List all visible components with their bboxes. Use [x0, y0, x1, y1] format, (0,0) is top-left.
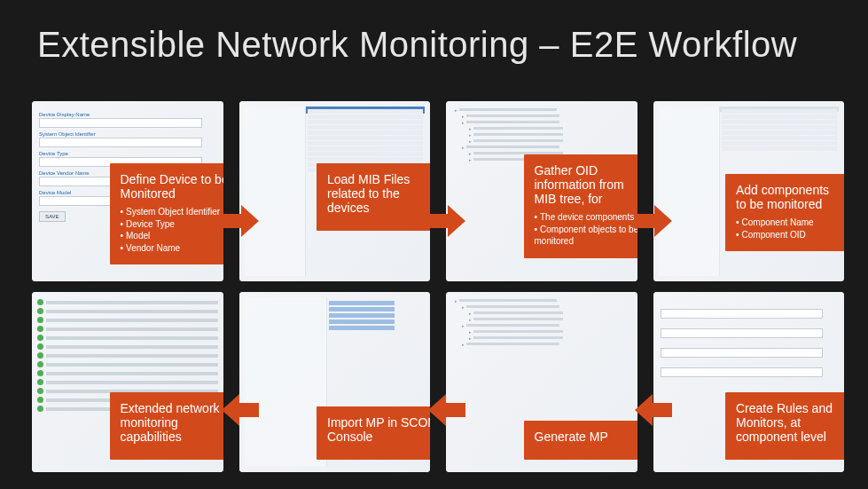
overlay-bullets: System Object Identifier Device Type Mod… — [121, 206, 223, 254]
overlay-create-rules: Create Rules and Monitors, at component … — [725, 392, 844, 460]
tile-import-mp: Import MP in SCOM Console — [239, 292, 431, 472]
overlay-extended: Extended network monitoring capabilities — [110, 392, 223, 460]
overlay-define-device: Define Device to be Monitored System Obj… — [110, 163, 223, 264]
overlay-title: Add components to be monitored — [736, 183, 837, 211]
tile-generate-mp: Generate MP — [446, 292, 637, 472]
tile-extended-capabilities: Extended network monitoring capabilities — [32, 292, 223, 472]
overlay-load-mib: Load MIB Files related to the devices — [317, 163, 430, 231]
tile-load-mib: Load MIB Files related to the devices — [239, 101, 431, 281]
overlay-title: Import MP in SCOM Console — [327, 415, 430, 444]
overlay-bullets: The device components Component objects … — [535, 211, 637, 248]
overlay-generate-mp: Generate MP — [524, 421, 637, 460]
overlay-title: Load MIB Files related to the devices — [327, 172, 430, 215]
slide-title: Extensible Network Monitoring – E2E Work… — [0, 0, 868, 65]
overlay-gather-oid: Gather OID information from MIB tree, fo… — [524, 154, 637, 258]
overlay-title: Create Rules and Monitors, at component … — [736, 401, 837, 444]
tile-add-components: Add components to be monitored Component… — [653, 101, 845, 281]
overlay-title: Extended network monitoring capabilities — [121, 401, 223, 444]
overlay-bullets: Component Name Component OID — [736, 217, 837, 241]
overlay-title: Generate MP — [535, 430, 637, 444]
overlay-title: Gather OID information from MIB tree, fo… — [535, 163, 637, 206]
faux-save-button: SAVE — [39, 211, 66, 222]
overlay-add-components: Add components to be monitored Component… — [725, 174, 844, 251]
workflow-grid: Device Display Name System Object Identi… — [32, 101, 844, 472]
tile-gather-oid: Gather OID information from MIB tree, fo… — [446, 101, 637, 281]
tile-define-device: Device Display Name System Object Identi… — [32, 101, 223, 281]
tile-create-rules: Create Rules and Monitors, at component … — [653, 292, 845, 472]
overlay-title: Define Device to be Monitored — [121, 172, 223, 201]
overlay-import-mp: Import MP in SCOM Console — [317, 406, 430, 460]
